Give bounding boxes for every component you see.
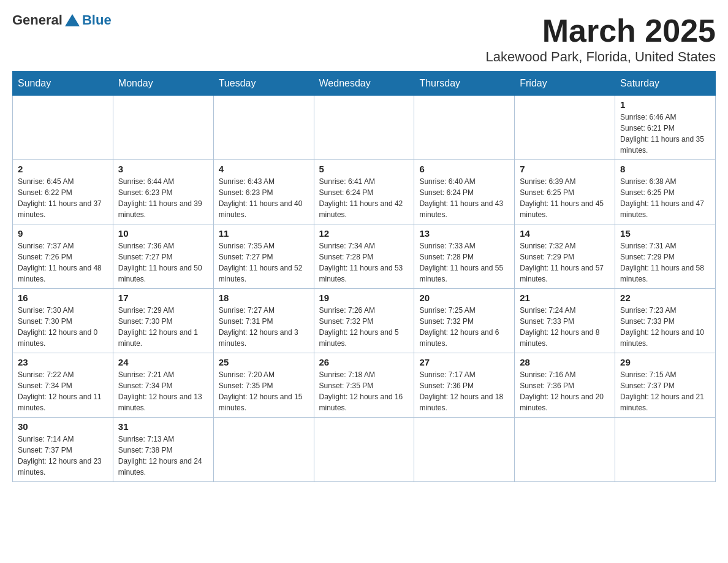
weekday-header-wednesday: Wednesday bbox=[314, 72, 414, 96]
calendar-cell bbox=[113, 96, 213, 160]
calendar-cell: 6Sunrise: 6:40 AMSunset: 6:24 PMDaylight… bbox=[414, 160, 515, 224]
calendar-cell bbox=[515, 418, 615, 482]
day-number: 12 bbox=[319, 228, 409, 239]
location-title: Lakewood Park, Florida, United States bbox=[486, 49, 716, 65]
day-number: 4 bbox=[219, 164, 309, 174]
calendar-cell: 8Sunrise: 6:38 AMSunset: 6:25 PMDaylight… bbox=[615, 160, 716, 224]
day-info: Sunrise: 7:26 AMSunset: 7:32 PMDaylight:… bbox=[319, 305, 409, 349]
day-number: 14 bbox=[520, 228, 610, 239]
day-info: Sunrise: 6:43 AMSunset: 6:23 PMDaylight:… bbox=[219, 176, 309, 220]
day-info: Sunrise: 7:31 AMSunset: 7:29 PMDaylight:… bbox=[620, 240, 710, 285]
day-info: Sunrise: 7:36 AMSunset: 7:27 PMDaylight:… bbox=[118, 240, 208, 285]
weekday-header-sunday: Sunday bbox=[13, 72, 113, 96]
day-number: 26 bbox=[319, 357, 409, 367]
calendar-cell: 18Sunrise: 7:27 AMSunset: 7:31 PMDayligh… bbox=[213, 289, 314, 353]
calendar-cell: 27Sunrise: 7:17 AMSunset: 7:36 PMDayligh… bbox=[414, 353, 515, 418]
day-number: 17 bbox=[118, 293, 208, 303]
calendar-cell: 17Sunrise: 7:29 AMSunset: 7:30 PMDayligh… bbox=[113, 289, 213, 353]
day-number: 18 bbox=[219, 293, 309, 303]
calendar-table: SundayMondayTuesdayWednesdayThursdayFrid… bbox=[12, 71, 716, 482]
day-number: 10 bbox=[118, 228, 208, 239]
calendar-cell: 2Sunrise: 6:45 AMSunset: 6:22 PMDaylight… bbox=[13, 160, 113, 224]
day-info: Sunrise: 7:23 AMSunset: 7:33 PMDaylight:… bbox=[620, 305, 710, 349]
day-info: Sunrise: 7:13 AMSunset: 7:38 PMDaylight:… bbox=[118, 434, 208, 478]
calendar-cell bbox=[213, 96, 314, 160]
day-info: Sunrise: 7:27 AMSunset: 7:31 PMDaylight:… bbox=[219, 305, 309, 349]
day-number: 31 bbox=[118, 421, 208, 432]
calendar-cell: 25Sunrise: 7:20 AMSunset: 7:35 PMDayligh… bbox=[213, 353, 314, 418]
day-number: 2 bbox=[18, 164, 108, 174]
calendar-cell: 13Sunrise: 7:33 AMSunset: 7:28 PMDayligh… bbox=[414, 224, 515, 289]
day-info: Sunrise: 7:16 AMSunset: 7:36 PMDaylight:… bbox=[520, 369, 610, 413]
day-info: Sunrise: 7:34 AMSunset: 7:28 PMDaylight:… bbox=[319, 240, 409, 285]
page-header: General Blue March 2025 Lakewood Park, F… bbox=[12, 12, 716, 65]
calendar-cell: 21Sunrise: 7:24 AMSunset: 7:33 PMDayligh… bbox=[515, 289, 615, 353]
day-number: 27 bbox=[419, 357, 509, 367]
calendar-week-row: 30Sunrise: 7:14 AMSunset: 7:37 PMDayligh… bbox=[13, 418, 716, 482]
calendar-cell: 7Sunrise: 6:39 AMSunset: 6:25 PMDaylight… bbox=[515, 160, 615, 224]
day-info: Sunrise: 7:35 AMSunset: 7:27 PMDaylight:… bbox=[219, 240, 309, 285]
day-number: 13 bbox=[419, 228, 509, 239]
day-number: 15 bbox=[620, 228, 710, 239]
calendar-cell: 22Sunrise: 7:23 AMSunset: 7:33 PMDayligh… bbox=[615, 289, 716, 353]
logo-blue-label: Blue bbox=[82, 12, 112, 28]
calendar-cell bbox=[314, 96, 414, 160]
day-number: 9 bbox=[18, 228, 108, 239]
day-info: Sunrise: 7:18 AMSunset: 7:35 PMDaylight:… bbox=[319, 369, 409, 413]
calendar-cell: 3Sunrise: 6:44 AMSunset: 6:23 PMDaylight… bbox=[113, 160, 213, 224]
day-info: Sunrise: 7:21 AMSunset: 7:34 PMDaylight:… bbox=[118, 369, 208, 413]
calendar-cell bbox=[515, 96, 615, 160]
calendar-cell: 30Sunrise: 7:14 AMSunset: 7:37 PMDayligh… bbox=[13, 418, 113, 482]
logo: General Blue bbox=[12, 12, 112, 28]
day-info: Sunrise: 6:41 AMSunset: 6:24 PMDaylight:… bbox=[319, 176, 409, 220]
day-number: 6 bbox=[419, 164, 509, 174]
day-info: Sunrise: 7:17 AMSunset: 7:36 PMDaylight:… bbox=[419, 369, 509, 413]
day-info: Sunrise: 7:30 AMSunset: 7:30 PMDaylight:… bbox=[18, 305, 108, 349]
day-info: Sunrise: 6:46 AMSunset: 6:21 PMDaylight:… bbox=[620, 112, 710, 156]
weekday-header-saturday: Saturday bbox=[615, 72, 716, 96]
calendar-cell: 16Sunrise: 7:30 AMSunset: 7:30 PMDayligh… bbox=[13, 289, 113, 353]
day-info: Sunrise: 7:29 AMSunset: 7:30 PMDaylight:… bbox=[118, 305, 208, 349]
day-info: Sunrise: 7:32 AMSunset: 7:29 PMDaylight:… bbox=[520, 240, 610, 285]
calendar-cell: 10Sunrise: 7:36 AMSunset: 7:27 PMDayligh… bbox=[113, 224, 213, 289]
day-info: Sunrise: 6:44 AMSunset: 6:23 PMDaylight:… bbox=[118, 176, 208, 220]
day-info: Sunrise: 6:40 AMSunset: 6:24 PMDaylight:… bbox=[419, 176, 509, 220]
weekday-header-friday: Friday bbox=[515, 72, 615, 96]
month-title: March 2025 bbox=[486, 12, 716, 49]
calendar-cell bbox=[414, 96, 515, 160]
calendar-cell: 12Sunrise: 7:34 AMSunset: 7:28 PMDayligh… bbox=[314, 224, 414, 289]
day-number: 16 bbox=[18, 293, 108, 303]
weekday-header-row: SundayMondayTuesdayWednesdayThursdayFrid… bbox=[13, 72, 716, 96]
calendar-cell: 5Sunrise: 6:41 AMSunset: 6:24 PMDaylight… bbox=[314, 160, 414, 224]
day-number: 5 bbox=[319, 164, 409, 174]
calendar-cell: 11Sunrise: 7:35 AMSunset: 7:27 PMDayligh… bbox=[213, 224, 314, 289]
day-number: 8 bbox=[620, 164, 710, 174]
calendar-cell bbox=[414, 418, 515, 482]
weekday-header-tuesday: Tuesday bbox=[213, 72, 314, 96]
calendar-cell bbox=[213, 418, 314, 482]
logo-triangle-icon bbox=[65, 14, 80, 26]
day-number: 1 bbox=[620, 99, 710, 110]
calendar-week-row: 2Sunrise: 6:45 AMSunset: 6:22 PMDaylight… bbox=[13, 160, 716, 224]
calendar-cell: 14Sunrise: 7:32 AMSunset: 7:29 PMDayligh… bbox=[515, 224, 615, 289]
day-number: 20 bbox=[419, 293, 509, 303]
day-info: Sunrise: 6:45 AMSunset: 6:22 PMDaylight:… bbox=[18, 176, 108, 220]
calendar-cell: 1Sunrise: 6:46 AMSunset: 6:21 PMDaylight… bbox=[615, 96, 716, 160]
title-area: March 2025 Lakewood Park, Florida, Unite… bbox=[486, 12, 716, 65]
logo-general-text: General Blue bbox=[12, 12, 112, 28]
calendar-cell: 24Sunrise: 7:21 AMSunset: 7:34 PMDayligh… bbox=[113, 353, 213, 418]
day-info: Sunrise: 7:22 AMSunset: 7:34 PMDaylight:… bbox=[18, 369, 108, 413]
calendar-week-row: 23Sunrise: 7:22 AMSunset: 7:34 PMDayligh… bbox=[13, 353, 716, 418]
weekday-header-thursday: Thursday bbox=[414, 72, 515, 96]
weekday-header-monday: Monday bbox=[113, 72, 213, 96]
day-number: 3 bbox=[118, 164, 208, 174]
calendar-cell: 28Sunrise: 7:16 AMSunset: 7:36 PMDayligh… bbox=[515, 353, 615, 418]
day-info: Sunrise: 6:39 AMSunset: 6:25 PMDaylight:… bbox=[520, 176, 610, 220]
day-info: Sunrise: 6:38 AMSunset: 6:25 PMDaylight:… bbox=[620, 176, 710, 220]
day-info: Sunrise: 7:25 AMSunset: 7:32 PMDaylight:… bbox=[419, 305, 509, 349]
day-info: Sunrise: 7:15 AMSunset: 7:37 PMDaylight:… bbox=[620, 369, 710, 413]
day-number: 19 bbox=[319, 293, 409, 303]
day-number: 21 bbox=[520, 293, 610, 303]
day-info: Sunrise: 7:20 AMSunset: 7:35 PMDaylight:… bbox=[219, 369, 309, 413]
calendar-cell: 26Sunrise: 7:18 AMSunset: 7:35 PMDayligh… bbox=[314, 353, 414, 418]
